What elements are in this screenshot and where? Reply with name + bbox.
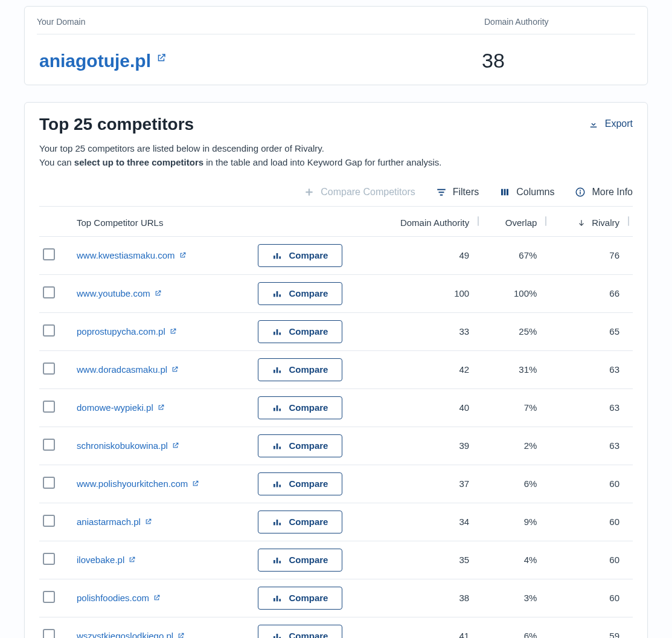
cell-overlap: 4% xyxy=(482,541,550,579)
compare-button-label: Compare xyxy=(289,326,328,337)
competitor-link[interactable]: www.polishyourkitchen.com xyxy=(77,478,199,489)
external-link-icon xyxy=(154,289,162,297)
competitor-url: domowe-wypieki.pl xyxy=(77,402,153,413)
cell-authority: 39 xyxy=(363,427,482,465)
competitor-link[interactable]: domowe-wypieki.pl xyxy=(77,402,165,413)
compare-button[interactable]: Compare xyxy=(258,244,342,267)
compare-button[interactable]: Compare xyxy=(258,511,342,533)
external-link-icon xyxy=(128,556,136,564)
cell-overlap: 31% xyxy=(482,350,550,388)
row-checkbox[interactable] xyxy=(43,401,55,413)
cell-rivalry: 63 xyxy=(550,388,633,427)
compare-button[interactable]: Compare xyxy=(258,549,342,572)
cell-overlap: 9% xyxy=(482,503,550,541)
table-toolbar: Compare Competitors Filters Columns More… xyxy=(39,187,633,207)
cell-authority: 49 xyxy=(363,236,482,274)
competitor-link[interactable]: www.youtube.com xyxy=(77,288,162,298)
competitors-table: Top Competitor URLs Domain Authority Ove… xyxy=(39,207,633,639)
info-icon xyxy=(575,187,586,198)
export-button[interactable]: Export xyxy=(588,118,633,129)
competitor-link[interactable]: poprostupycha.com.pl xyxy=(77,326,177,337)
compare-button-label: Compare xyxy=(289,288,328,298)
columns-button[interactable]: Columns xyxy=(499,187,554,198)
external-link-icon xyxy=(191,480,199,488)
col-url[interactable]: Top Competitor URLs xyxy=(73,207,254,237)
external-link-icon xyxy=(171,442,179,450)
competitor-url: www.polishyourkitchen.com xyxy=(77,478,188,489)
bar-chart-icon xyxy=(272,593,283,603)
bar-chart-icon xyxy=(272,631,283,639)
compare-button-label: Compare xyxy=(289,364,328,375)
competitors-description: Your top 25 competitors are listed below… xyxy=(39,141,441,170)
bar-chart-icon xyxy=(272,555,283,565)
table-row: www.youtube.com Compare 100 100% 66 xyxy=(39,274,633,312)
competitor-link[interactable]: ilovebake.pl xyxy=(77,555,136,565)
domain-link[interactable]: aniagotuje.pl xyxy=(39,51,167,71)
bar-chart-icon xyxy=(272,327,283,337)
cell-authority: 33 xyxy=(363,312,482,350)
col-rivalry[interactable]: Rivalry xyxy=(550,207,633,237)
compare-button[interactable]: Compare xyxy=(258,625,342,639)
row-checkbox[interactable] xyxy=(43,553,55,565)
compare-button-label: Compare xyxy=(289,478,328,489)
competitor-link[interactable]: aniastarmach.pl xyxy=(77,517,152,527)
row-checkbox[interactable] xyxy=(43,515,55,527)
competitor-link[interactable]: www.doradcasmaku.pl xyxy=(77,364,179,375)
cell-overlap: 67% xyxy=(482,236,550,274)
compare-button[interactable]: Compare xyxy=(258,587,342,610)
cell-rivalry: 63 xyxy=(550,427,633,465)
cell-rivalry: 59 xyxy=(550,617,633,638)
competitor-link[interactable]: schroniskobukowina.pl xyxy=(77,440,179,451)
export-label: Export xyxy=(605,118,633,129)
cell-overlap: 100% xyxy=(482,274,550,312)
cell-authority: 41 xyxy=(363,617,482,638)
download-icon xyxy=(588,118,599,129)
row-checkbox[interactable] xyxy=(43,629,55,638)
compare-button-label: Compare xyxy=(289,440,328,451)
row-checkbox[interactable] xyxy=(43,362,55,375)
cell-authority: 100 xyxy=(363,274,482,312)
compare-button[interactable]: Compare xyxy=(258,358,342,381)
row-checkbox[interactable] xyxy=(43,324,55,337)
external-link-icon xyxy=(153,594,161,602)
compare-button[interactable]: Compare xyxy=(258,434,342,457)
bar-chart-icon xyxy=(272,289,283,298)
cell-rivalry: 66 xyxy=(550,274,633,312)
table-row: domowe-wypieki.pl Compare 40 7% 63 xyxy=(39,388,633,427)
row-checkbox[interactable] xyxy=(43,439,55,451)
cell-overlap: 2% xyxy=(482,427,550,465)
compare-button[interactable]: Compare xyxy=(258,282,342,305)
external-link-icon xyxy=(169,327,177,335)
external-link-icon xyxy=(157,404,165,411)
competitor-url: ilovebake.pl xyxy=(77,555,124,565)
row-checkbox[interactable] xyxy=(43,477,55,489)
filters-button[interactable]: Filters xyxy=(436,187,479,198)
more-info-button[interactable]: More Info xyxy=(575,187,633,198)
competitor-link[interactable]: polishfoodies.com xyxy=(77,593,161,603)
competitor-link[interactable]: www.kwestiasmaku.com xyxy=(77,250,187,260)
table-row: poprostupycha.com.pl Compare 33 25% 65 xyxy=(39,312,633,350)
row-checkbox[interactable] xyxy=(43,248,55,260)
compare-button[interactable]: Compare xyxy=(258,472,342,495)
compare-competitors-button: Compare Competitors xyxy=(304,187,415,198)
compare-button[interactable]: Compare xyxy=(258,396,342,419)
competitor-link[interactable]: wszystkiegoslodkiego.pl xyxy=(77,631,185,638)
compare-button[interactable]: Compare xyxy=(258,320,342,343)
cell-overlap: 3% xyxy=(482,579,550,617)
external-link-icon xyxy=(177,632,185,638)
plus-icon xyxy=(304,187,315,198)
your-domain-label: Your Domain xyxy=(37,17,85,27)
table-row: www.doradcasmaku.pl Compare 42 31% 63 xyxy=(39,350,633,388)
cell-overlap: 6% xyxy=(482,465,550,503)
external-link-icon xyxy=(171,366,179,373)
cell-authority: 37 xyxy=(363,465,482,503)
competitor-url: wszystkiegoslodkiego.pl xyxy=(77,631,173,638)
table-row: schroniskobukowina.pl Compare 39 2% 63 xyxy=(39,427,633,465)
cell-rivalry: 63 xyxy=(550,350,633,388)
col-authority[interactable]: Domain Authority xyxy=(363,207,482,237)
compare-button-label: Compare xyxy=(289,631,328,638)
col-overlap[interactable]: Overlap xyxy=(482,207,550,237)
row-checkbox[interactable] xyxy=(43,591,55,603)
row-checkbox[interactable] xyxy=(43,286,55,298)
cell-rivalry: 60 xyxy=(550,541,633,579)
